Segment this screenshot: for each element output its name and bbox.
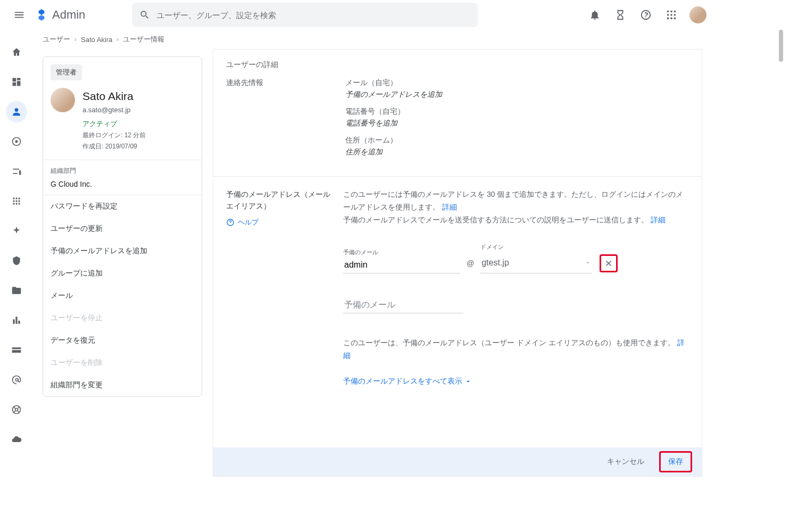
svg-point-3 xyxy=(667,14,669,16)
app-header: Admin xyxy=(0,0,715,30)
svg-point-12 xyxy=(15,197,17,199)
panel-footer: キャンセル 保存 xyxy=(213,447,702,476)
alias-domain-field: ドメイン gtest.jp xyxy=(480,242,592,273)
alias-domain-label: ドメイン xyxy=(480,242,592,252)
devices-icon xyxy=(11,166,22,177)
svg-point-18 xyxy=(15,203,17,204)
alias-section-title: 予備のメールアドレス（メール エイリアス） xyxy=(226,188,332,212)
action-reset-password[interactable]: パスワードを再設定 xyxy=(43,195,202,218)
add-phone-link[interactable]: 電話番号を追加 xyxy=(345,119,689,128)
svg-point-11 xyxy=(13,197,14,199)
svg-point-14 xyxy=(13,200,14,202)
bar-chart-icon xyxy=(11,315,22,326)
logo-icon xyxy=(34,7,49,22)
save-button[interactable]: 保存 xyxy=(659,451,692,472)
account-avatar[interactable] xyxy=(689,6,706,23)
svg-point-4 xyxy=(670,14,672,16)
alias-local-input[interactable] xyxy=(343,258,460,273)
main-menu-button[interactable] xyxy=(9,4,30,26)
search-input[interactable] xyxy=(156,11,470,20)
action-add-group[interactable]: グループに追加 xyxy=(43,262,202,285)
apps-grid-icon xyxy=(666,9,677,21)
card-icon xyxy=(11,345,22,355)
tasks-button[interactable] xyxy=(610,4,631,26)
show-all-aliases[interactable]: 予備のメールアドレスをすべて表示 xyxy=(343,375,689,388)
help-button[interactable] xyxy=(635,4,656,26)
rail-account[interactable] xyxy=(6,369,27,390)
at-symbol: @ xyxy=(467,257,474,270)
action-change-org[interactable]: 組織部門を変更 xyxy=(43,374,202,396)
crumb-users[interactable]: ユーザー xyxy=(43,35,70,44)
alias-extra-input[interactable] xyxy=(343,297,463,313)
rail-chrome[interactable] xyxy=(6,131,27,152)
alias-local-field: 予備のメール xyxy=(343,247,460,274)
user-detail-panel: ユーザーの詳細 連絡先情報 メール（自宅） 予備のメールアドレスを追加 電話番号… xyxy=(213,49,702,477)
remove-alias-button[interactable] xyxy=(600,254,618,272)
user-created: 作成日: 2019/07/09 xyxy=(82,142,146,151)
at-icon xyxy=(11,375,22,385)
action-restore-data[interactable]: データを復元 xyxy=(43,329,202,352)
person-icon xyxy=(11,106,22,117)
svg-point-5 xyxy=(674,14,676,16)
bell-icon xyxy=(589,9,601,21)
cancel-button[interactable]: キャンセル xyxy=(600,453,652,471)
help-link[interactable]: ヘルプ xyxy=(226,218,332,227)
svg-point-2 xyxy=(674,11,676,13)
chevron-icon: › xyxy=(74,36,77,43)
section-title: ユーザーの詳細 xyxy=(226,49,689,75)
svg-point-1 xyxy=(670,11,672,13)
rail-dashboard[interactable] xyxy=(6,71,27,93)
svg-point-16 xyxy=(18,200,20,202)
crumb-user[interactable]: Sato Akira xyxy=(81,36,112,44)
details-link-1[interactable]: 詳細 xyxy=(442,203,457,211)
home-icon xyxy=(11,47,22,57)
apps-button[interactable] xyxy=(661,4,682,26)
action-add-alias[interactable]: 予備のメールアドレスを追加 xyxy=(43,240,202,262)
dashboard-icon xyxy=(11,77,22,87)
action-update-user[interactable]: ユーザーの更新 xyxy=(43,218,202,240)
user-last-login: 最終ログイン: 12 分前 xyxy=(82,131,146,140)
cloud-icon xyxy=(11,434,22,445)
breadcrumb: ユーザー › Sato Akira › ユーザー情報 xyxy=(33,30,715,49)
search-icon xyxy=(139,10,150,20)
rail-home[interactable] xyxy=(6,41,27,63)
global-search[interactable] xyxy=(132,3,478,27)
action-delete-user: ユーザーを削除 xyxy=(43,352,202,374)
svg-point-6 xyxy=(667,18,669,20)
action-suspend-user: ユーザーを停止 xyxy=(43,307,202,329)
user-email: a.sato@gtest.jp xyxy=(82,106,146,114)
chrome-icon xyxy=(11,136,22,147)
product-logo[interactable]: Admin xyxy=(34,7,85,22)
rail-billing[interactable] xyxy=(6,339,27,361)
sparkle-icon xyxy=(11,226,22,236)
svg-point-21 xyxy=(15,409,18,411)
rail-devices[interactable] xyxy=(6,161,27,182)
rail-reports[interactable] xyxy=(6,310,27,331)
rail-users[interactable] xyxy=(6,101,27,122)
add-address-link[interactable]: 住所を追加 xyxy=(345,147,689,157)
user-actions-list: パスワードを再設定 ユーザーの更新 予備のメールアドレスを追加 グループに追加 … xyxy=(43,195,202,396)
hamburger-icon xyxy=(13,9,25,21)
chevron-icon: › xyxy=(117,36,119,43)
rail-storage[interactable] xyxy=(6,280,27,301)
email-label: メール（自宅） xyxy=(345,78,689,88)
dropdown-icon xyxy=(585,260,591,266)
notifications-button[interactable] xyxy=(584,4,605,26)
alias-section: 予備のメールアドレス（メール エイリアス） ヘルプ このユーザーには予備のメール… xyxy=(213,176,702,447)
rail-apps[interactable] xyxy=(6,190,27,212)
user-photo[interactable] xyxy=(51,88,75,112)
svg-point-17 xyxy=(13,203,14,204)
details-link-2[interactable]: 詳細 xyxy=(651,215,666,224)
alias-description-1: このユーザーには予備のメールアドレスを 30 個まで追加できます。ただし、ログイ… xyxy=(343,188,689,214)
rail-ai[interactable] xyxy=(6,220,27,242)
rail-support[interactable] xyxy=(6,399,27,420)
address-label: 住所（ホーム） xyxy=(345,136,689,145)
crumb-page[interactable]: ユーザー情報 xyxy=(123,35,164,44)
svg-point-10 xyxy=(15,140,18,143)
action-mail[interactable]: メール xyxy=(43,285,202,307)
rail-security[interactable] xyxy=(6,250,27,271)
rail-cloud[interactable] xyxy=(6,429,27,450)
add-email-link[interactable]: 予備のメールアドレスを追加 xyxy=(345,90,689,99)
alias-domain-select[interactable]: gtest.jp xyxy=(480,253,592,273)
alias-note: このユーザーは、予備のメールアドレス（ユーザー ドメイン エイリアスのもの）も使… xyxy=(343,337,689,362)
